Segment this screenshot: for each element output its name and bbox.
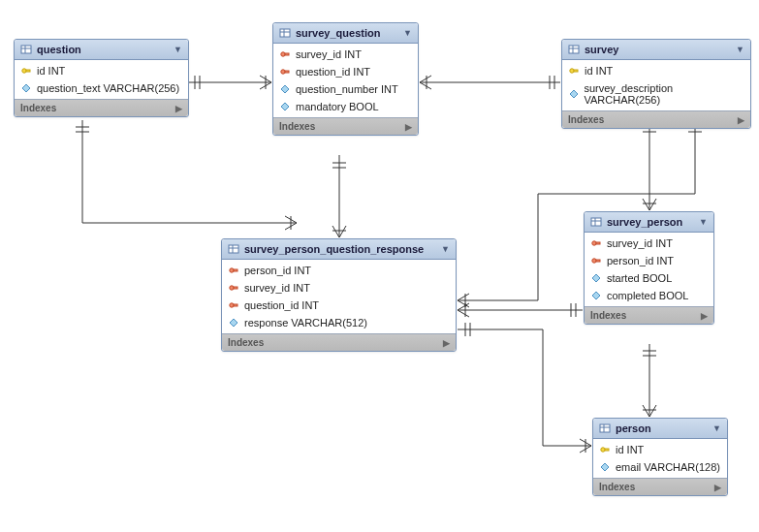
svg-rect-27 xyxy=(596,260,600,262)
column-name: person_id INT xyxy=(244,265,311,276)
column-row[interactable]: question_id INT xyxy=(222,297,456,314)
column-name: started BOOL xyxy=(607,272,672,284)
column-name: question_id INT xyxy=(244,299,319,311)
indexes-section[interactable]: Indexes ▶ xyxy=(273,117,418,135)
svg-rect-30 xyxy=(229,245,238,253)
svg-marker-13 xyxy=(281,85,289,93)
column-row[interactable]: survey_id INT xyxy=(222,279,456,297)
svg-rect-12 xyxy=(285,71,289,73)
entity-header[interactable]: survey ▼ xyxy=(562,40,750,60)
svg-rect-0 xyxy=(21,46,31,53)
indexes-section[interactable]: Indexes ▶ xyxy=(222,333,456,351)
collapse-arrow-icon[interactable]: ▼ xyxy=(174,45,182,54)
entity-columns: id INT email VARCHAR(128) xyxy=(593,439,727,478)
indexes-label: Indexes xyxy=(20,103,56,113)
entity-person[interactable]: person ▼ id INT email VARCHAR(128) Index… xyxy=(592,418,728,496)
column-name: survey_id INT xyxy=(607,237,673,249)
table-icon xyxy=(279,27,291,39)
svg-rect-19 xyxy=(574,70,578,72)
column-row[interactable]: person_id INT xyxy=(585,252,713,269)
entity-header[interactable]: question ▼ xyxy=(15,40,188,60)
column-row[interactable]: person_id INT xyxy=(222,262,456,279)
column-name: email VARCHAR(128) xyxy=(616,461,720,473)
column-row[interactable]: completed BOOL xyxy=(585,287,713,304)
table-icon xyxy=(599,422,611,434)
collapse-arrow-icon[interactable]: ▼ xyxy=(712,423,721,433)
column-row[interactable]: mandatory BOOL xyxy=(273,98,418,115)
indexes-label: Indexes xyxy=(568,114,604,125)
column-row[interactable]: question_id INT xyxy=(273,63,418,80)
column-name: id INT xyxy=(616,444,644,455)
column-row[interactable]: survey_description VARCHAR(256) xyxy=(562,79,750,109)
column-name: completed BOOL xyxy=(607,290,688,301)
entity-title: survey_person_question_response xyxy=(244,243,424,255)
svg-marker-14 xyxy=(281,103,289,110)
table-icon xyxy=(568,44,580,55)
attr-diamond-icon xyxy=(228,317,239,329)
attr-diamond-icon xyxy=(20,82,32,94)
entity-header[interactable]: survey_person ▼ xyxy=(585,212,713,233)
entity-header[interactable]: survey_person_question_response ▼ xyxy=(222,239,456,260)
column-name: survey_id INT xyxy=(244,282,310,294)
fk-key-icon xyxy=(590,237,602,249)
entity-title: person xyxy=(616,422,651,434)
collapse-arrow-icon[interactable]: ▼ xyxy=(699,217,708,227)
expand-arrow-icon[interactable]: ▶ xyxy=(738,115,744,125)
collapse-arrow-icon[interactable]: ▼ xyxy=(403,28,412,38)
svg-rect-38 xyxy=(234,304,237,306)
expand-arrow-icon[interactable]: ▶ xyxy=(175,104,182,113)
svg-marker-45 xyxy=(601,463,609,471)
indexes-section[interactable]: Indexes ▶ xyxy=(593,478,727,495)
column-row[interactable]: response VARCHAR(512) xyxy=(222,314,456,331)
entity-survey-person-question-response[interactable]: survey_person_question_response ▼ person… xyxy=(221,238,457,352)
fk-key-icon xyxy=(590,255,602,266)
collapse-arrow-icon[interactable]: ▼ xyxy=(441,244,450,254)
collapse-arrow-icon[interactable]: ▼ xyxy=(736,45,744,54)
entity-columns: survey_id INT person_id INT started BOOL… xyxy=(585,233,713,306)
indexes-section[interactable]: Indexes ▶ xyxy=(585,306,713,324)
svg-rect-21 xyxy=(591,218,601,226)
column-row[interactable]: survey_id INT xyxy=(585,235,713,252)
indexes-section[interactable]: Indexes ▶ xyxy=(15,99,188,116)
column-row[interactable]: survey_id INT xyxy=(273,46,418,63)
expand-arrow-icon[interactable]: ▶ xyxy=(443,338,450,348)
indexes-label: Indexes xyxy=(599,482,635,492)
indexes-section[interactable]: Indexes ▶ xyxy=(562,110,750,128)
entity-title: question xyxy=(37,44,81,55)
column-row[interactable]: email VARCHAR(128) xyxy=(593,458,727,476)
column-name: survey_description VARCHAR(256) xyxy=(584,82,744,106)
column-row[interactable]: question_text VARCHAR(256) xyxy=(15,79,188,97)
svg-rect-44 xyxy=(605,449,609,451)
attr-diamond-icon xyxy=(590,290,602,301)
entity-survey[interactable]: survey ▼ id INT survey_description VARCH… xyxy=(561,39,751,129)
column-name: person_id INT xyxy=(607,255,674,266)
entity-columns: person_id INT survey_id INT question_id … xyxy=(222,260,456,333)
svg-marker-20 xyxy=(570,90,578,98)
column-row[interactable]: question_number INT xyxy=(273,80,418,98)
pk-key-icon xyxy=(20,65,32,77)
attr-diamond-icon xyxy=(590,272,602,284)
entity-survey-person[interactable]: survey_person ▼ survey_id INT person_id … xyxy=(584,211,714,325)
column-name: id INT xyxy=(585,65,613,77)
table-icon xyxy=(228,243,239,255)
column-row[interactable]: id INT xyxy=(15,62,188,79)
fk-key-icon xyxy=(279,48,291,60)
entity-title: survey_question xyxy=(296,27,380,39)
fk-key-icon xyxy=(279,66,291,78)
pk-key-icon xyxy=(599,444,611,455)
entity-question[interactable]: question ▼ id INT question_text VARCHAR(… xyxy=(14,39,189,117)
column-row[interactable]: id INT xyxy=(562,62,750,79)
expand-arrow-icon[interactable]: ▶ xyxy=(405,122,412,132)
column-name: response VARCHAR(512) xyxy=(244,317,367,329)
svg-marker-29 xyxy=(592,292,600,299)
svg-rect-25 xyxy=(596,242,600,244)
column-row[interactable]: id INT xyxy=(593,441,727,458)
entity-header[interactable]: survey_question ▼ xyxy=(273,23,418,44)
entity-header[interactable]: person ▼ xyxy=(593,419,727,439)
column-row[interactable]: started BOOL xyxy=(585,269,713,287)
entity-survey-question[interactable]: survey_question ▼ survey_id INT question… xyxy=(272,22,419,136)
expand-arrow-icon[interactable]: ▶ xyxy=(701,311,708,321)
attr-diamond-icon xyxy=(279,101,291,112)
expand-arrow-icon[interactable]: ▶ xyxy=(714,483,721,492)
table-icon xyxy=(20,44,32,55)
